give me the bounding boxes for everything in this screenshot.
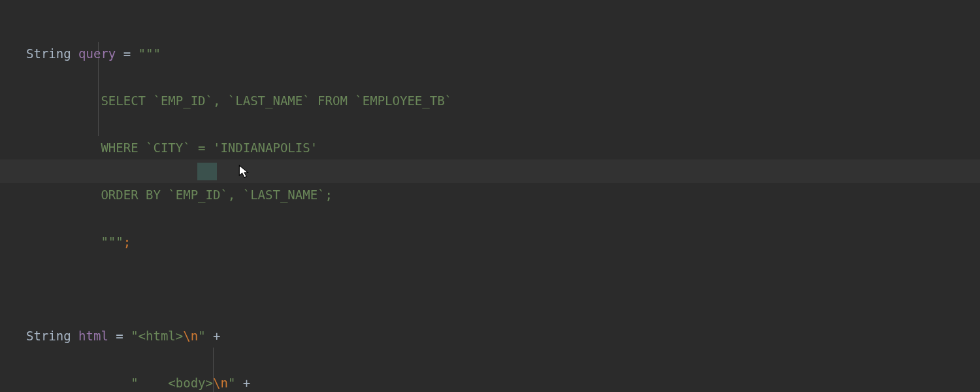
code-line: WHERE `CITY` = 'INDIANAPOLIS' bbox=[26, 136, 980, 159]
code-line: " <body>\n" + bbox=[26, 371, 980, 392]
code-line: SELECT `EMP_ID`, `LAST_NAME` FROM `EMPLO… bbox=[26, 89, 980, 112]
code-line: String html = "<html>\n" + bbox=[26, 324, 980, 348]
code-line bbox=[26, 277, 980, 301]
code-line: ORDER BY `EMP_ID`, `LAST_NAME`; bbox=[26, 183, 980, 206]
code-editor[interactable]: String query = """ SELECT `EMP_ID`, `LAS… bbox=[0, 0, 980, 392]
code-line: """; bbox=[26, 230, 980, 253]
code-line: String query = """ bbox=[26, 42, 980, 65]
